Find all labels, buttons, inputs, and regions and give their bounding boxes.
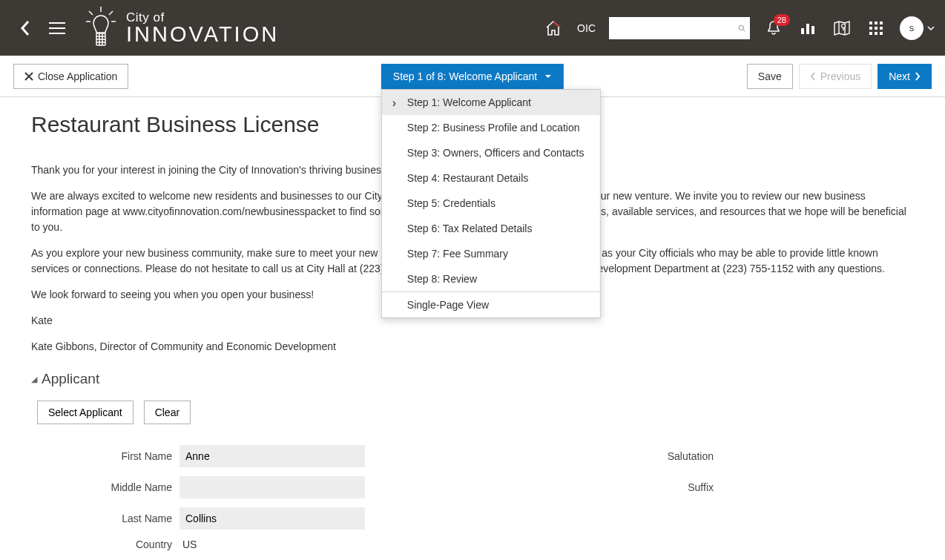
select-applicant-button[interactable]: Select Applicant — [37, 401, 134, 424]
svg-rect-14 — [806, 24, 809, 34]
step-item-3[interactable]: Step 3: Owners, Officers and Contacts — [382, 140, 600, 165]
chevron-left-icon — [810, 72, 816, 81]
svg-rect-24 — [875, 32, 878, 35]
avatar: s — [900, 16, 923, 40]
logo[interactable]: City of INNOVATION — [83, 7, 279, 50]
chevron-down-icon — [927, 26, 935, 30]
step-item-5[interactable]: Step 5: Credentials — [382, 191, 600, 216]
top-navbar: City of INNOVATION OIC 28 — [0, 0, 945, 56]
step-dropdown-button[interactable]: Step 1 of 8: Welcome Applicant — [381, 64, 564, 89]
close-label: Close Application — [38, 70, 117, 82]
step-item-4[interactable]: Step 4: Restaurant Details — [382, 165, 600, 191]
chart-icon[interactable] — [797, 21, 818, 36]
svg-rect-21 — [875, 27, 878, 30]
previous-button[interactable]: Previous — [799, 64, 872, 89]
applicant-header-label: Applicant — [42, 371, 99, 387]
country-label: Country — [31, 538, 180, 550]
svg-line-1 — [89, 11, 93, 15]
step-selector: Step 1 of 8: Welcome Applicant Step 1: W… — [381, 64, 564, 89]
search-box[interactable] — [609, 17, 750, 39]
paragraph: Kate Gibbons, Director of Community and … — [31, 339, 914, 355]
chevron-right-icon — [915, 72, 921, 81]
step-item-8[interactable]: Step 8: Review — [382, 266, 600, 291]
next-button[interactable]: Next — [878, 64, 932, 89]
svg-rect-15 — [811, 26, 814, 34]
step-item-6[interactable]: Step 6: Tax Related Details — [382, 216, 600, 241]
collapse-triangle-icon: ◢ — [31, 375, 37, 384]
close-application-button[interactable]: Close Application — [13, 64, 128, 89]
applicant-section-header[interactable]: ◢ Applicant — [31, 371, 914, 387]
single-page-view-item[interactable]: Single-Page View — [382, 292, 600, 317]
step-item-1[interactable]: Step 1: Welcome Applicant — [382, 90, 600, 115]
save-button[interactable]: Save — [747, 64, 793, 89]
suffix-label: Suffix — [632, 481, 721, 493]
applicant-form: First Name Salutation Middle Name Suffix… — [31, 445, 914, 550]
step-item-7[interactable]: Step 7: Fee Summary — [382, 241, 600, 266]
lightbulb-icon — [83, 7, 119, 50]
svg-rect-19 — [880, 22, 883, 24]
close-icon — [24, 72, 33, 81]
action-bar: Close Application Step 1 of 8: Welcome A… — [0, 56, 945, 97]
caret-down-icon — [544, 74, 552, 79]
logo-brand-text: INNOVATION — [126, 24, 279, 45]
svg-line-2 — [109, 11, 113, 15]
svg-rect-13 — [801, 28, 804, 34]
svg-rect-20 — [869, 27, 872, 30]
first-name-label: First Name — [31, 450, 180, 462]
step-dropdown-menu: Step 1: Welcome Applicant Step 2: Busine… — [381, 89, 601, 318]
salutation-label: Salutation — [632, 450, 721, 462]
clear-button[interactable]: Clear — [144, 401, 191, 424]
map-icon[interactable] — [832, 20, 852, 36]
apps-grid-icon[interactable] — [866, 21, 886, 36]
notification-bell-icon[interactable]: 28 — [763, 20, 784, 36]
last-name-label: Last Name — [31, 513, 180, 524]
svg-point-16 — [842, 24, 846, 27]
middle-name-label: Middle Name — [31, 481, 180, 493]
svg-line-12 — [743, 29, 745, 31]
svg-point-11 — [739, 25, 743, 30]
search-icon — [738, 23, 745, 33]
first-name-field[interactable] — [180, 445, 365, 467]
user-menu[interactable]: s — [900, 16, 935, 40]
svg-rect-25 — [880, 32, 883, 35]
middle-name-field[interactable] — [180, 476, 365, 498]
country-value: US — [180, 538, 372, 550]
menu-icon[interactable] — [49, 22, 65, 34]
notification-badge: 28 — [774, 14, 790, 26]
avatar-initial: s — [909, 22, 915, 33]
step-current-label: Step 1 of 8: Welcome Applicant — [393, 70, 537, 82]
svg-rect-23 — [869, 32, 872, 35]
org-label: OIC — [577, 22, 596, 34]
svg-rect-22 — [880, 27, 883, 30]
step-item-2[interactable]: Step 2: Business Profile and Location — [382, 115, 600, 140]
back-icon[interactable] — [15, 19, 36, 37]
svg-rect-18 — [875, 22, 878, 24]
last-name-field[interactable] — [180, 507, 365, 530]
logo-city-text: City of — [126, 11, 279, 24]
svg-rect-17 — [869, 22, 872, 24]
home-icon[interactable] — [543, 21, 564, 36]
search-input[interactable] — [613, 22, 738, 33]
